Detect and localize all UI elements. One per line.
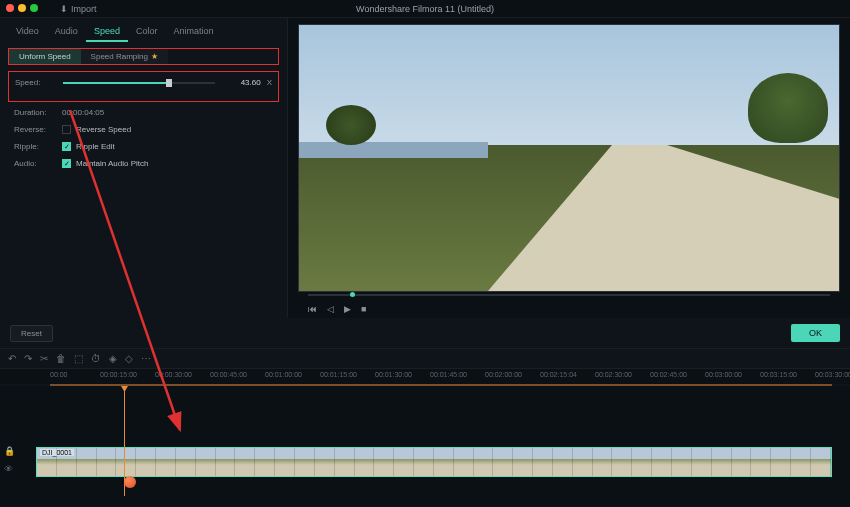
- download-icon: ⬇: [60, 4, 68, 14]
- ruler-tick: 00:02:15:04: [540, 371, 577, 378]
- audio-checkbox[interactable]: [62, 159, 71, 168]
- speed-ramping-label: Speed Ramping: [91, 52, 148, 61]
- ruler-tick: 00:01:15:00: [320, 371, 357, 378]
- window-title: Wondershare Filmora 11 (Untitled): [356, 4, 494, 14]
- import-button[interactable]: ⬇ Import: [60, 4, 97, 14]
- speed-slider[interactable]: [63, 82, 215, 84]
- duration-label: Duration:: [14, 108, 62, 117]
- minimize-icon[interactable]: [18, 4, 26, 12]
- ripple-label: Ripple:: [14, 142, 62, 151]
- stop-icon[interactable]: ■: [361, 304, 366, 314]
- import-label: Import: [71, 4, 97, 14]
- audio-label: Audio:: [14, 159, 62, 168]
- marker-ball[interactable]: [124, 476, 136, 488]
- reset-button[interactable]: Reset: [10, 325, 53, 342]
- eye-icon[interactable]: 👁: [4, 464, 15, 474]
- reverse-label: Reverse:: [14, 125, 62, 134]
- speed-label: Speed:: [15, 78, 63, 87]
- tab-color[interactable]: Color: [128, 22, 166, 42]
- speed-value[interactable]: 43.60: [223, 78, 261, 87]
- tab-video[interactable]: Video: [8, 22, 47, 42]
- ruler-tick: 00:02:45:00: [650, 371, 687, 378]
- prev-frame-icon[interactable]: ⏮: [308, 304, 317, 314]
- playback-controls: ⏮ ◁ ▶ ■: [298, 300, 840, 318]
- maximize-icon[interactable]: [30, 4, 38, 12]
- delete-icon[interactable]: 🗑: [56, 353, 66, 364]
- ruler-tick: 00:00:45:00: [210, 371, 247, 378]
- marker-icon[interactable]: ◈: [109, 353, 117, 364]
- redo-icon[interactable]: ↷: [24, 353, 32, 364]
- clip-label: DJI_0001: [40, 449, 74, 456]
- audio-check-label: Maintain Audio Pitch: [76, 159, 149, 168]
- video-clip[interactable]: DJI_0001: [36, 447, 832, 477]
- ruler-tick: 00:01:00:00: [265, 371, 302, 378]
- panel-tabs: Video Audio Speed Color Animation: [0, 18, 287, 42]
- ripple-check-label: Ripple Edit: [76, 142, 115, 151]
- more-icon[interactable]: ⋯: [141, 353, 151, 364]
- tab-audio[interactable]: Audio: [47, 22, 86, 42]
- window-controls[interactable]: [6, 4, 38, 12]
- close-icon[interactable]: [6, 4, 14, 12]
- ruler-tick: 00:02:00:00: [485, 371, 522, 378]
- speed-controls: Speed: 43.60 X: [8, 71, 279, 102]
- reverse-checkbox[interactable]: [62, 125, 71, 134]
- duration-value[interactable]: 00:00:04:05: [62, 108, 104, 117]
- ruler-tick: 00:01:45:00: [430, 371, 467, 378]
- keyframe-icon[interactable]: ◇: [125, 353, 133, 364]
- ruler-tick: 00:03:15:00: [760, 371, 797, 378]
- lock-icon[interactable]: 🔒: [4, 446, 15, 456]
- reverse-check-label: Reverse Speed: [76, 125, 131, 134]
- play-icon[interactable]: ▶: [344, 304, 351, 314]
- ruler-tick: 00:03:00:00: [705, 371, 742, 378]
- ruler-tick: 00:01:30:00: [375, 371, 412, 378]
- slider-thumb[interactable]: [166, 79, 172, 87]
- speed-ramping-button[interactable]: Speed Ramping ★: [81, 49, 168, 64]
- ruler-tick: 00:03:30:00: [815, 371, 850, 378]
- tab-animation[interactable]: Animation: [165, 22, 221, 42]
- ruler-tick: 00:00:15:00: [100, 371, 137, 378]
- uniform-speed-button[interactable]: Unform Speed: [9, 49, 81, 64]
- cut-icon[interactable]: ✂: [40, 353, 48, 364]
- video-preview[interactable]: [298, 24, 840, 292]
- timeline[interactable]: 🔒 👁 DJI_0001: [0, 386, 850, 506]
- ok-button[interactable]: OK: [791, 324, 840, 342]
- step-back-icon[interactable]: ◁: [327, 304, 334, 314]
- ruler-tick: 00:00:30:00: [155, 371, 192, 378]
- preview-scrubber[interactable]: [308, 294, 830, 296]
- tab-speed[interactable]: Speed: [86, 22, 128, 42]
- properties-panel: Video Audio Speed Color Animation Unform…: [0, 18, 288, 318]
- speed-unit: X: [267, 78, 272, 87]
- timeline-ruler[interactable]: 00:00 00:00:15:00 00:00:30:00 00:00:45:0…: [0, 368, 850, 384]
- ruler-tick: 00:00: [50, 371, 68, 378]
- ripple-checkbox[interactable]: [62, 142, 71, 151]
- crop-icon[interactable]: ⬚: [74, 353, 83, 364]
- speed-mode-selector: Unform Speed Speed Ramping ★: [8, 48, 279, 65]
- ruler-tick: 00:02:30:00: [595, 371, 632, 378]
- speed-icon[interactable]: ⏱: [91, 353, 101, 364]
- timeline-toolbar: ↶ ↷ ✂ 🗑 ⬚ ⏱ ◈ ◇ ⋯: [0, 348, 850, 368]
- preview-panel: ⏮ ◁ ▶ ■: [288, 18, 850, 318]
- star-icon: ★: [151, 52, 158, 61]
- undo-icon[interactable]: ↶: [8, 353, 16, 364]
